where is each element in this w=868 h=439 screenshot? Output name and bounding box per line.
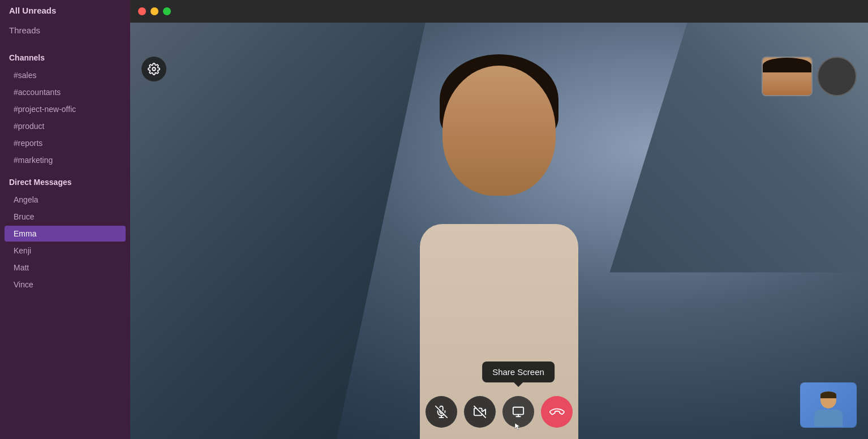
thumbnails-container [762,57,857,96]
minimize-button[interactable] [151,7,158,15]
sidebar-item-kenji[interactable]: Kenji [5,243,126,259]
close-button[interactable] [138,7,146,15]
end-call-button[interactable] [541,396,573,428]
gear-icon [148,63,160,75]
main-video: Share Screen [130,23,868,439]
sidebar-item-bruce[interactable]: Bruce [5,209,126,225]
dm-section-header: Direct Messages [0,169,130,191]
main-participant-figure [372,54,626,439]
video-off-icon [474,406,486,418]
btp-hair [820,391,836,398]
window-chrome [130,0,868,23]
settings-button[interactable] [141,57,166,81]
participant-thumbnail-bottom-right[interactable] [800,382,857,428]
sidebar-item-project-new-offic[interactable]: #project-new-offic [5,101,126,117]
thumbnail-hair-1 [763,58,811,72]
sidebar: All Unreads Threads Channels #sales #acc… [0,0,130,439]
share-screen-button[interactable]: Share Screen [502,396,534,428]
channels-section-header: Channels [0,44,130,67]
sidebar-item-emma[interactable]: Emma [5,226,126,242]
video-container: Share Screen [130,23,868,439]
svg-point-0 [152,67,156,71]
participant-thumbnail-2[interactable] [817,57,857,96]
sidebar-item-all-unreads[interactable]: All Unreads [0,0,130,21]
sidebar-item-product[interactable]: #product [5,118,126,134]
traffic-lights [138,7,171,15]
bottom-thumb-figure [809,391,848,425]
sidebar-item-vince[interactable]: Vince [5,277,126,292]
maximize-button[interactable] [163,7,171,15]
sidebar-item-threads[interactable]: Threads [0,21,130,44]
thumbnail-face-1 [763,58,811,95]
svg-rect-5 [513,407,523,415]
sidebar-item-reports[interactable]: #reports [5,135,126,151]
main-content: Share Screen [130,0,868,439]
mute-button[interactable] [426,396,457,428]
video-button[interactable] [464,396,496,428]
sidebar-item-angela[interactable]: Angela [5,192,126,208]
person-head [442,66,556,196]
btp-head [820,391,836,408]
sidebar-item-marketing[interactable]: #marketing [5,152,126,168]
controls-bar: Share Screen [426,396,573,428]
sidebar-item-accountants[interactable]: #accountants [5,84,126,100]
sidebar-item-sales[interactable]: #sales [5,67,126,83]
participant-thumbnail-1[interactable] [762,57,813,96]
mic-off-icon [435,406,448,418]
end-call-icon [548,403,565,420]
sidebar-item-matt[interactable]: Matt [5,260,126,276]
share-screen-icon [512,406,525,418]
btp-body [814,410,843,427]
